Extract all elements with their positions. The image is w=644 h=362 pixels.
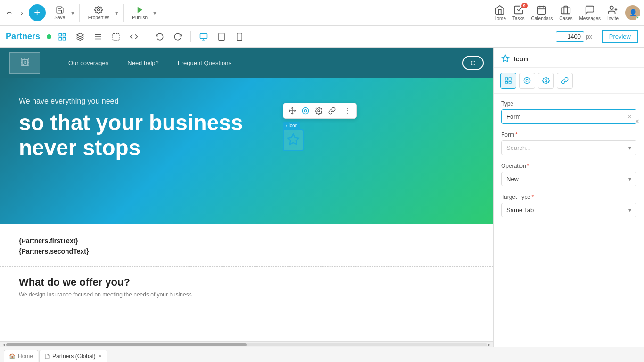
canvas-area: 🖼 Our coverages Need help? Frequent Ques… bbox=[0, 48, 493, 347]
invite-icon bbox=[608, 5, 618, 15]
icon-element[interactable] bbox=[283, 129, 304, 151]
main-area: 🖼 Our coverages Need help? Frequent Ques… bbox=[0, 48, 644, 347]
scroll-right-arrow[interactable]: ▸ bbox=[487, 342, 491, 347]
publish-label: Publish bbox=[132, 15, 148, 20]
partners-tab-close-button[interactable]: × bbox=[98, 353, 102, 359]
publish-dropdown-button[interactable]: ▾ bbox=[151, 8, 158, 18]
forward-arrow[interactable]: › bbox=[18, 7, 26, 18]
navigation-button[interactable] bbox=[91, 31, 105, 43]
layers-button[interactable] bbox=[73, 31, 87, 43]
preview-button[interactable]: Preview bbox=[602, 30, 638, 43]
form-label: Form* bbox=[501, 132, 636, 138]
panel-tabs bbox=[494, 68, 644, 94]
svg-rect-11 bbox=[63, 33, 66, 36]
partners-tab-label: Partners (Global) bbox=[52, 353, 95, 360]
nav-tasks[interactable]: 9 Tasks bbox=[512, 5, 525, 21]
nav-link-help[interactable]: Need help? bbox=[127, 59, 159, 66]
settings-tab-icon bbox=[542, 77, 550, 84]
icon-container[interactable]: ‹ Icon bbox=[283, 122, 304, 151]
partners-tab[interactable]: Partners (Global) × bbox=[39, 350, 107, 362]
type-label: Type bbox=[501, 100, 636, 107]
nav-link-coverages[interactable]: Our coverages bbox=[68, 59, 108, 66]
toolbar-separator-2 bbox=[190, 31, 191, 42]
type-input[interactable]: Form × bbox=[501, 109, 636, 124]
nav-link-faq[interactable]: Frequent Questions bbox=[178, 59, 231, 66]
back-button[interactable]: ⤺ bbox=[4, 7, 15, 18]
code-button[interactable] bbox=[127, 31, 141, 43]
svg-rect-2 bbox=[538, 6, 546, 14]
panel-tab-style[interactable] bbox=[519, 73, 535, 89]
operation-select[interactable]: New ▾ bbox=[501, 172, 636, 186]
toolbar-left: ⤺ › + Save ▾ Properties bbox=[4, 4, 161, 22]
svg-rect-13 bbox=[63, 37, 66, 40]
mobile-view-button[interactable] bbox=[232, 31, 247, 43]
operation-chevron-icon: ▾ bbox=[628, 176, 631, 182]
ft-move-button[interactable] bbox=[286, 105, 298, 116]
partner-text-1: {Partners.firstText} bbox=[19, 236, 474, 246]
tasks-badge: 9 bbox=[521, 3, 528, 8]
hero-big-text-line1: so that your business bbox=[19, 110, 243, 135]
width-input[interactable] bbox=[556, 31, 584, 42]
panel-tab-layout[interactable] bbox=[500, 73, 516, 89]
layers-icon bbox=[76, 33, 84, 41]
home-tab[interactable]: 🏠 Home bbox=[4, 350, 38, 362]
desktop-view-button[interactable] bbox=[197, 31, 211, 43]
invite-nav-label: Invite bbox=[607, 16, 619, 21]
ft-link-button[interactable] bbox=[326, 105, 338, 116]
save-label: Save bbox=[54, 15, 65, 20]
svg-rect-19 bbox=[200, 33, 207, 39]
add-button[interactable]: + bbox=[29, 4, 46, 21]
scroll-left-arrow[interactable]: ◂ bbox=[2, 342, 6, 347]
nav-invite[interactable]: Invite bbox=[607, 5, 619, 21]
target-type-select[interactable]: Same Tab ▾ bbox=[501, 203, 636, 217]
publish-button[interactable]: Publish bbox=[129, 4, 150, 22]
site-navbar: 🖼 Our coverages Need help? Frequent Ques… bbox=[0, 48, 493, 78]
select-icon bbox=[112, 33, 120, 41]
messages-nav-label: Messages bbox=[579, 16, 601, 21]
publish-icon bbox=[136, 6, 144, 14]
redo-button[interactable] bbox=[171, 31, 185, 43]
scrollbar-track[interactable] bbox=[6, 343, 487, 346]
nav-cases[interactable]: Cases bbox=[559, 5, 572, 21]
svg-rect-36 bbox=[509, 81, 511, 83]
nav-messages[interactable]: Messages bbox=[579, 5, 601, 21]
layout-tab-icon bbox=[504, 77, 512, 84]
type-field-group: Type Form × bbox=[501, 100, 636, 124]
type-clear-button[interactable]: × bbox=[627, 113, 631, 120]
offer-section: What do we offer you? We design insuranc… bbox=[0, 266, 493, 307]
ft-more-button[interactable]: ⋮ bbox=[342, 105, 354, 116]
tablet-view-button[interactable] bbox=[215, 31, 229, 43]
svg-rect-33 bbox=[505, 78, 508, 80]
properties-dropdown-button[interactable]: ▾ bbox=[113, 8, 120, 18]
avatar[interactable]: 👤 bbox=[625, 5, 640, 20]
save-button[interactable]: Save bbox=[51, 4, 68, 22]
site-cta-button[interactable]: C bbox=[462, 56, 484, 70]
panel-tab-link[interactable] bbox=[557, 73, 573, 89]
svg-point-37 bbox=[524, 77, 530, 83]
svg-rect-10 bbox=[59, 33, 61, 36]
ft-settings-button[interactable] bbox=[313, 105, 325, 116]
toolbar-right: Home 9 Tasks Calendars bbox=[488, 5, 640, 21]
properties-button[interactable]: Properties bbox=[85, 4, 113, 22]
panel-close-button[interactable]: × bbox=[635, 117, 639, 126]
ft-style-button[interactable] bbox=[299, 105, 312, 116]
svg-marker-14 bbox=[77, 33, 84, 37]
home-tab-icon: 🏠 bbox=[9, 353, 16, 359]
tablet-icon bbox=[217, 33, 226, 41]
form-select[interactable]: Search... ▾ bbox=[501, 140, 636, 155]
panel-tab-settings[interactable] bbox=[538, 73, 554, 89]
nav-home[interactable]: Home bbox=[493, 5, 506, 21]
select-button[interactable] bbox=[109, 31, 123, 43]
top-toolbar: ⤺ › + Save ▾ Properties bbox=[0, 0, 644, 26]
undo-button[interactable] bbox=[153, 31, 167, 43]
site-nav-links: Our coverages Need help? Frequent Questi… bbox=[68, 59, 231, 66]
save-group: Save ▾ bbox=[49, 4, 80, 22]
icon-label-tag: ‹ Icon bbox=[283, 122, 300, 129]
nav-calendars[interactable]: Calendars bbox=[531, 5, 553, 21]
messages-icon bbox=[585, 5, 595, 15]
svg-rect-6 bbox=[561, 8, 570, 14]
save-dropdown-button[interactable]: ▾ bbox=[69, 8, 76, 18]
offer-title: What do we offer you? bbox=[19, 276, 474, 288]
components-button[interactable] bbox=[55, 31, 69, 43]
website-canvas: 🖼 Our coverages Need help? Frequent Ques… bbox=[0, 48, 493, 341]
